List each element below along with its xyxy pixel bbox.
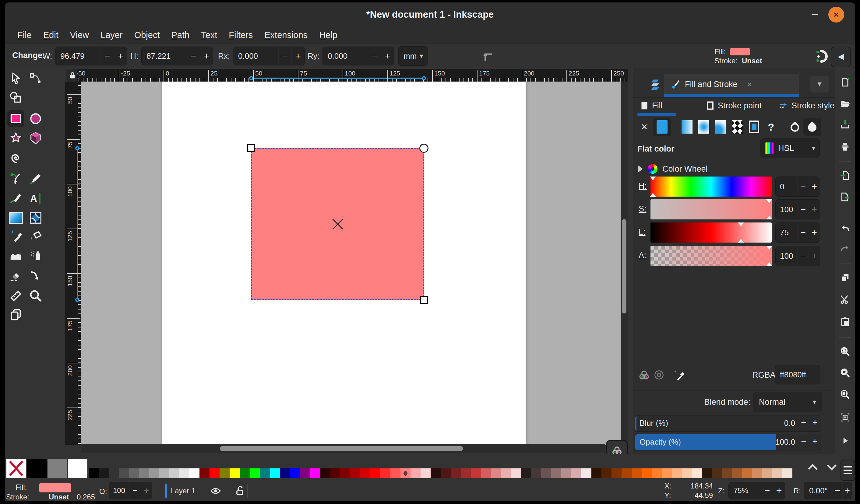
tab-stroke-style[interactable]: Stroke style [779, 99, 834, 113]
alpha-increment[interactable]: + [808, 247, 820, 265]
cut-icon[interactable] [840, 294, 850, 305]
ry-decrement[interactable]: − [368, 47, 381, 65]
zoom-center-page-icon[interactable] [840, 412, 850, 423]
paint-unknown-icon[interactable]: ? [765, 120, 777, 134]
opacity-slider[interactable]: Opacity (%) 100.0 − + [635, 434, 821, 450]
lightness-value[interactable]: 75 [776, 228, 797, 237]
collapse-panel-button[interactable]: ◀ [831, 47, 851, 67]
palette-swatch[interactable] [662, 469, 672, 478]
lightness-decrement[interactable]: − [797, 224, 808, 241]
tool-box-3d[interactable] [27, 130, 44, 147]
palette-swatch[interactable] [511, 469, 521, 478]
alpha-value[interactable]: 100 [776, 251, 797, 261]
palette-swatch[interactable] [561, 469, 571, 478]
width-increment[interactable]: + [114, 47, 127, 65]
snap-toggle-icon[interactable] [813, 48, 829, 64]
canvas[interactable] [81, 81, 621, 445]
palette-swatch[interactable] [159, 469, 169, 478]
alpha-slider[interactable] [650, 246, 772, 266]
alpha-spinbox[interactable]: 100 − + [775, 246, 820, 266]
zoom-spinbox[interactable]: 75% − + [729, 482, 785, 500]
tab-stroke-paint[interactable]: Stroke paint [706, 99, 762, 113]
palette-swatch[interactable] [411, 469, 420, 478]
tool-calligraphy[interactable] [7, 190, 24, 207]
palette-swatch[interactable] [581, 469, 591, 478]
open-document-icon[interactable] [840, 98, 850, 109]
swatch-black[interactable] [27, 459, 47, 478]
palette-swatch[interactable] [772, 469, 782, 478]
tool-pages[interactable] [7, 306, 24, 323]
opacity-increment[interactable]: + [809, 436, 820, 446]
width-value[interactable]: 96.479 [55, 51, 100, 61]
saturation-spinbox[interactable]: 100 − + [775, 199, 820, 220]
horizontal-scrollbar-thumb[interactable] [220, 446, 463, 451]
palette-swatch[interactable] [441, 469, 451, 478]
width-spinbox[interactable]: 96.479 − + [55, 47, 127, 65]
saturation-value[interactable]: 100 [776, 205, 797, 214]
palette-swatch[interactable] [702, 469, 712, 478]
palette-scroll-up[interactable] [806, 463, 819, 472]
show-dialogs-icon[interactable] [840, 435, 850, 446]
statusbar-opacity-value[interactable]: 100 [109, 486, 129, 495]
horizontal-scrollbar[interactable] [81, 444, 605, 453]
palette-swatch[interactable] [621, 469, 632, 478]
tool-mesh-gradient[interactable] [27, 209, 44, 226]
palette-swatch[interactable] [712, 469, 722, 478]
tool-star[interactable] [7, 130, 24, 147]
palette-swatch[interactable] [180, 469, 189, 478]
color-picker-icon[interactable] [672, 368, 686, 381]
new-document-icon[interactable] [840, 77, 850, 88]
minimize-button[interactable]: – [808, 7, 822, 23]
zoom-value[interactable]: 75% [729, 486, 761, 495]
palette-swatch[interactable] [189, 469, 199, 478]
tool-measure[interactable] [7, 287, 24, 305]
palette-swatch[interactable] [320, 469, 330, 478]
statusbar-stroke-value[interactable]: Unset [49, 493, 69, 501]
palette-swatch[interactable] [310, 469, 320, 478]
palette-swatch[interactable] [722, 469, 732, 478]
dock-collapse-button[interactable]: ▾ [810, 76, 829, 92]
paint-none-icon[interactable]: × [638, 120, 651, 134]
vertical-ruler[interactable]: 5075100125150175200225 [65, 81, 81, 445]
fill-indicator-swatch[interactable] [730, 48, 750, 55]
unit-dropdown[interactable]: mm ▾ [398, 46, 428, 66]
rgba-input[interactable]: ff8080ff [775, 365, 820, 384]
height-value[interactable]: 87.221 [142, 51, 187, 61]
tool-text[interactable]: A [27, 190, 44, 207]
tool-pencil[interactable] [27, 170, 44, 187]
saturation-increment[interactable]: + [808, 201, 820, 218]
layers-icon[interactable] [647, 77, 662, 92]
tool-eraser[interactable] [7, 267, 24, 284]
alpha-decrement[interactable]: − [797, 247, 808, 265]
hue-increment[interactable]: + [808, 178, 820, 195]
palette-swatch[interactable] [481, 469, 491, 478]
menu-path[interactable]: Path [166, 28, 195, 42]
ry-value[interactable]: 0.000 [323, 51, 368, 61]
current-layer-label[interactable]: Layer 1 [171, 487, 195, 495]
tool-connector[interactable] [27, 267, 44, 284]
rx-spinbox[interactable]: 0.000 − + [233, 47, 305, 65]
palette-swatch[interactable] [491, 469, 501, 478]
undo-icon[interactable] [840, 223, 850, 234]
paint-mesh-gradient-icon[interactable] [714, 120, 727, 134]
tool-pen[interactable] [7, 170, 24, 187]
palette-swatch[interactable] [129, 469, 139, 478]
palette-swatch[interactable] [521, 469, 531, 478]
blur-increment[interactable]: + [809, 417, 820, 428]
opacity-decrement[interactable]: − [129, 483, 141, 499]
paint-flat-color-icon[interactable] [656, 120, 669, 134]
tool-dropper[interactable] [7, 227, 24, 244]
hue-slider[interactable] [650, 177, 772, 197]
tool-shape-builder[interactable] [7, 89, 24, 106]
palette-swatch[interactable] [632, 469, 642, 478]
rx-decrement[interactable]: − [278, 47, 291, 65]
tool-spray[interactable] [27, 247, 44, 264]
zoom-selection-icon[interactable] [840, 346, 850, 357]
menu-file[interactable]: File [12, 28, 38, 42]
rotation-value[interactable]: 0.00° [804, 486, 833, 495]
menu-extensions[interactable]: Extensions [259, 28, 313, 42]
palette-swatch[interactable] [461, 469, 471, 478]
layer-visibility-eye-icon[interactable] [210, 485, 222, 497]
palette-swatch[interactable] [612, 469, 621, 478]
palette-swatch[interactable] [742, 469, 752, 478]
